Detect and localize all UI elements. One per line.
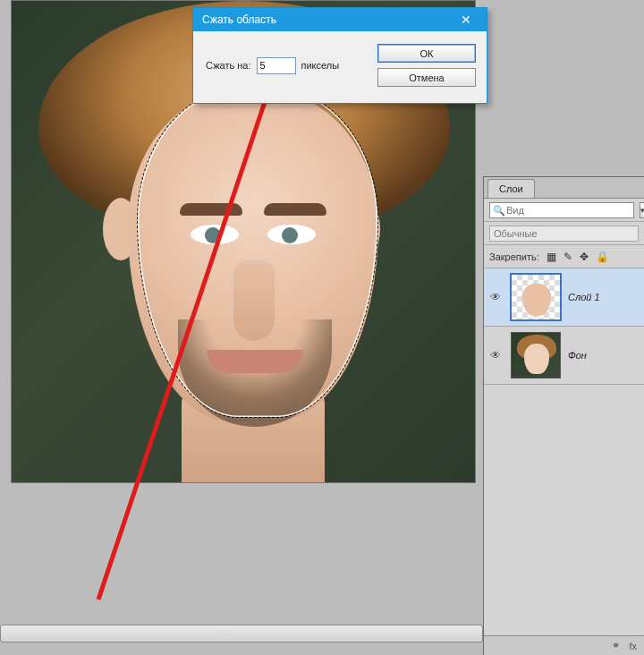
search-icon: 🔍 (493, 205, 505, 217)
lock-all-icon[interactable]: 🔒 (596, 251, 609, 263)
layer-thumbnail[interactable] (511, 332, 561, 379)
dialog-title-text: Сжать область (202, 13, 276, 26)
mouth (207, 350, 303, 373)
lock-label: Закрепить: (489, 251, 539, 262)
layer-list: 👁 Слой 1 👁 Фон (484, 268, 644, 635)
layers-panel-footer: ⚭ fx (484, 635, 644, 655)
layer-name-label: Фон (568, 350, 587, 361)
dialog-titlebar[interactable]: Сжать область ✕ (193, 8, 487, 31)
eye-left (191, 225, 239, 244)
face-shape (128, 90, 378, 421)
layer-fx-button[interactable]: fx (629, 641, 637, 651)
layer-item[interactable]: 👁 Слой 1 (484, 268, 644, 327)
eyebrow-left (180, 203, 242, 216)
eye-right (267, 225, 316, 244)
filter-dropdown-button[interactable]: ▾ (640, 202, 644, 218)
link-layers-icon[interactable]: ⚭ (612, 640, 620, 651)
cancel-button[interactable]: Отмена (377, 68, 476, 87)
layer-thumbnail[interactable] (511, 274, 561, 320)
eye-icon: 👁 (490, 291, 501, 303)
panel-tabs: Слои (484, 177, 644, 199)
layer-item[interactable]: 👁 Фон (484, 327, 644, 385)
layer-filter-input[interactable] (489, 202, 634, 218)
contract-by-units: пикселы (301, 60, 340, 71)
lock-position-icon[interactable]: ✥ (580, 251, 589, 263)
eye-icon: 👁 (490, 349, 501, 362)
eyebrow-right (264, 203, 326, 216)
chevron-down-icon: ▾ (640, 206, 644, 215)
contract-by-label: Сжать на: (206, 60, 251, 71)
close-icon[interactable]: ✕ (451, 11, 481, 29)
tab-layers[interactable]: Слои (487, 179, 535, 198)
beard (178, 319, 332, 427)
layer-name-label: Слой 1 (568, 292, 600, 302)
contract-selection-dialog: Сжать область ✕ Сжать на: пикселы ОК Отм… (192, 7, 487, 104)
document-footer-strip (0, 625, 483, 642)
lock-paint-icon[interactable]: ✎ (564, 251, 572, 263)
ok-button[interactable]: ОК (377, 44, 476, 63)
visibility-toggle[interactable]: 👁 (487, 291, 504, 303)
layers-panel: Слои 🔍 ▾ ▣ Закрепить: ▦ ✎ ✥ 🔒 👁 (483, 176, 644, 655)
lock-transparency-icon[interactable]: ▦ (547, 251, 556, 263)
blend-mode-select[interactable] (489, 225, 639, 242)
contract-by-input[interactable] (257, 57, 296, 74)
visibility-toggle[interactable]: 👁 (487, 349, 504, 362)
